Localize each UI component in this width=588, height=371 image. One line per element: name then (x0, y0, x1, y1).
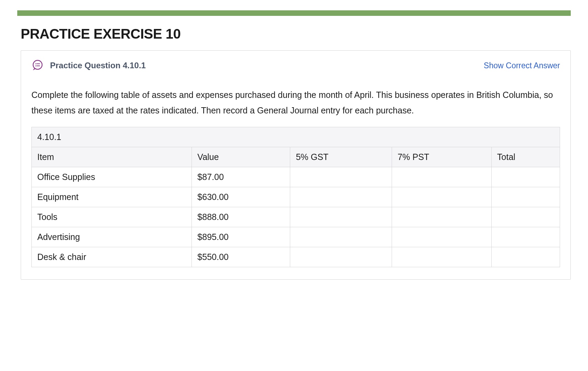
svg-point-1 (36, 63, 37, 64)
svg-point-0 (33, 60, 42, 69)
cell-total (491, 247, 560, 267)
cell-value: $550.00 (192, 247, 290, 267)
table-header-row: Item Value 5% GST 7% PST Total (32, 147, 560, 167)
cell-item: Equipment (32, 187, 192, 207)
cell-total (491, 167, 560, 187)
col-header-gst: 5% GST (290, 147, 392, 167)
cell-item: Advertising (32, 227, 192, 247)
cell-gst (290, 167, 392, 187)
cell-pst (392, 227, 491, 247)
cell-pst (392, 207, 491, 227)
table-row: Tools $888.00 (32, 207, 560, 227)
data-table: 4.10.1 Item Value 5% GST 7% PST Total Of… (31, 127, 560, 267)
cell-pst (392, 167, 491, 187)
cell-gst (290, 187, 392, 207)
cell-total (491, 187, 560, 207)
cell-value: $888.00 (192, 207, 290, 227)
cell-total (491, 207, 560, 227)
question-description: Complete the following table of assets a… (31, 87, 560, 118)
cell-total (491, 227, 560, 247)
cell-item: Office Supplies (32, 167, 192, 187)
card-header: Practice Question 4.10.1 Show Correct An… (31, 59, 560, 72)
question-icon (31, 59, 44, 72)
table-number-row: 4.10.1 (32, 127, 560, 147)
svg-point-3 (36, 66, 37, 67)
cell-item: Tools (32, 207, 192, 227)
cell-gst (290, 227, 392, 247)
show-answer-link[interactable]: Show Correct Answer (484, 61, 560, 70)
cell-value: $87.00 (192, 167, 290, 187)
cell-item: Desk & chair (32, 247, 192, 267)
table-row: Equipment $630.00 (32, 187, 560, 207)
page-title: PRACTICE EXERCISE 10 (21, 26, 571, 42)
cell-gst (290, 207, 392, 227)
col-header-pst: 7% PST (392, 147, 491, 167)
table-row: Advertising $895.00 (32, 227, 560, 247)
top-accent-bar (17, 10, 571, 16)
table-row: Desk & chair $550.00 (32, 247, 560, 267)
col-header-total: Total (491, 147, 560, 167)
question-title: Practice Question 4.10.1 (50, 61, 146, 70)
cell-pst (392, 187, 491, 207)
cell-pst (392, 247, 491, 267)
header-left: Practice Question 4.10.1 (31, 59, 146, 72)
col-header-item: Item (32, 147, 192, 167)
cell-value: $630.00 (192, 187, 290, 207)
table-row: Office Supplies $87.00 (32, 167, 560, 187)
table-number-cell: 4.10.1 (32, 127, 560, 147)
cell-gst (290, 247, 392, 267)
col-header-value: Value (192, 147, 290, 167)
question-card: Practice Question 4.10.1 Show Correct An… (21, 50, 571, 280)
cell-value: $895.00 (192, 227, 290, 247)
